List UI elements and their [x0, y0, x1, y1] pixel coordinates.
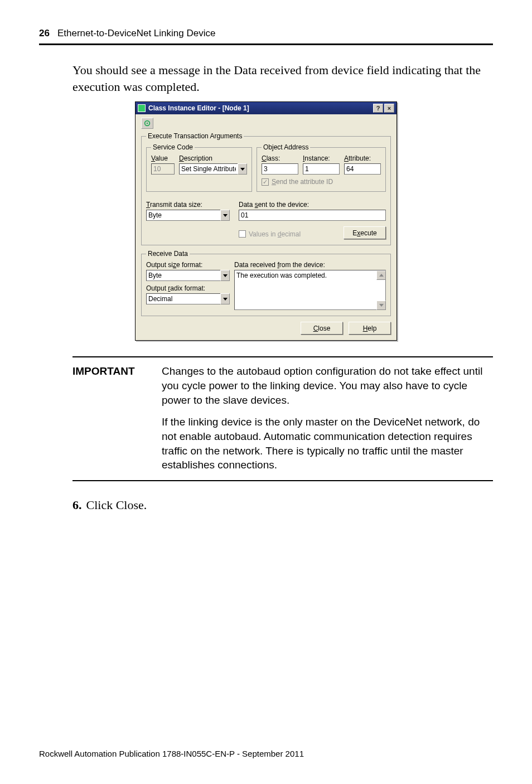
chevron-down-icon[interactable] — [220, 293, 230, 304]
svg-point-1 — [147, 123, 148, 124]
description-input[interactable] — [179, 163, 238, 175]
scroll-down-icon[interactable] — [376, 301, 386, 310]
output-size-input[interactable] — [146, 270, 220, 281]
transmit-size-input[interactable] — [146, 210, 220, 221]
output-size-label: Output size format: — [146, 261, 230, 269]
instance-label: Instance: — [303, 154, 340, 162]
close-button[interactable]: Close — [301, 322, 343, 335]
step-text: Click Close. — [86, 498, 147, 512]
data-sent-label: Data sent to the device: — [239, 201, 386, 209]
toolbar-icon[interactable] — [141, 118, 153, 129]
gear-icon — [143, 119, 151, 127]
transmit-size-label: Transmit data size: — [146, 201, 230, 209]
important-p1: Changes to the autobaud option configura… — [162, 364, 491, 407]
receive-data-group: Receive Data Output size format: Output … — [141, 250, 391, 316]
values-in-decimal-checkbox[interactable] — [239, 230, 246, 238]
titlebar[interactable]: Class Instance Editor - [Node 1] ? × — [136, 102, 396, 114]
data-received-label: Data received from the device: — [234, 261, 386, 269]
output-size-combo[interactable] — [146, 270, 230, 281]
page-header: 26Ethernet-to-DeviceNet Linking Device — [39, 28, 493, 39]
page-number: 26 — [39, 28, 50, 38]
step-number: 6. — [72, 498, 82, 512]
values-in-decimal-label: Values in decimal — [249, 230, 301, 238]
class-label: Class: — [262, 154, 298, 162]
output-radix-input[interactable] — [146, 293, 220, 304]
help-button[interactable]: Help — [349, 322, 391, 335]
class-input[interactable] — [262, 163, 298, 175]
header-rule — [39, 43, 493, 45]
page-footer: Rockwell Automation Publication 1788-IN0… — [39, 749, 304, 758]
chevron-down-icon[interactable] — [220, 210, 230, 221]
execute-transaction-group: Execute Transaction Arguments Service Co… — [141, 132, 391, 245]
output-radix-combo[interactable] — [146, 293, 230, 304]
titlebar-help-button[interactable]: ? — [373, 104, 383, 113]
send-attribute-checkbox[interactable] — [262, 178, 269, 186]
service-value-input[interactable] — [151, 163, 175, 175]
chevron-down-icon[interactable] — [220, 270, 230, 281]
chevron-down-icon[interactable] — [238, 163, 247, 175]
output-radix-label: Output radix format: — [146, 284, 230, 292]
attribute-label: Attribute: — [344, 154, 381, 162]
send-attribute-label: Send the attribute ID — [272, 178, 333, 186]
value-label: Value — [151, 154, 175, 162]
header-title: Ethernet-to-DeviceNet Linking Device — [57, 28, 215, 38]
service-code-group: Service Code Value Description — [146, 143, 252, 192]
class-instance-editor-dialog: Class Instance Editor - [Node 1] ? × Exe… — [135, 101, 397, 341]
important-p2: If the linking device is the only master… — [162, 415, 491, 472]
execute-transaction-legend: Execute Transaction Arguments — [146, 132, 244, 140]
attribute-input[interactable] — [344, 163, 381, 175]
important-label: IMPORTANT — [72, 364, 162, 472]
object-address-group: Object Address Class: Instance: — [257, 143, 386, 192]
receive-data-legend: Receive Data — [146, 250, 190, 258]
description-combo[interactable] — [179, 163, 247, 175]
instance-input[interactable] — [303, 163, 340, 175]
step-6: 6.Click Close. — [72, 498, 493, 512]
description-label: Description — [179, 154, 247, 162]
service-code-legend: Service Code — [151, 143, 195, 151]
scroll-up-icon[interactable] — [376, 270, 386, 280]
important-box: IMPORTANT Changes to the autobaud option… — [72, 356, 493, 481]
transmit-size-combo[interactable] — [146, 210, 230, 221]
values-in-decimal-row: Values in decimal — [239, 230, 335, 238]
send-attribute-row: Send the attribute ID — [262, 178, 381, 186]
intro-paragraph: You should see a message in the Data rec… — [72, 62, 487, 95]
titlebar-text: Class Instance Editor - [Node 1] — [148, 104, 372, 112]
data-sent-input[interactable] — [239, 210, 386, 221]
titlebar-close-button[interactable]: × — [384, 104, 394, 113]
data-received-textarea[interactable]: The execution was completed. — [234, 270, 386, 310]
object-address-legend: Object Address — [262, 143, 310, 151]
execute-button[interactable]: Execute — [344, 226, 386, 239]
app-icon — [138, 104, 146, 112]
